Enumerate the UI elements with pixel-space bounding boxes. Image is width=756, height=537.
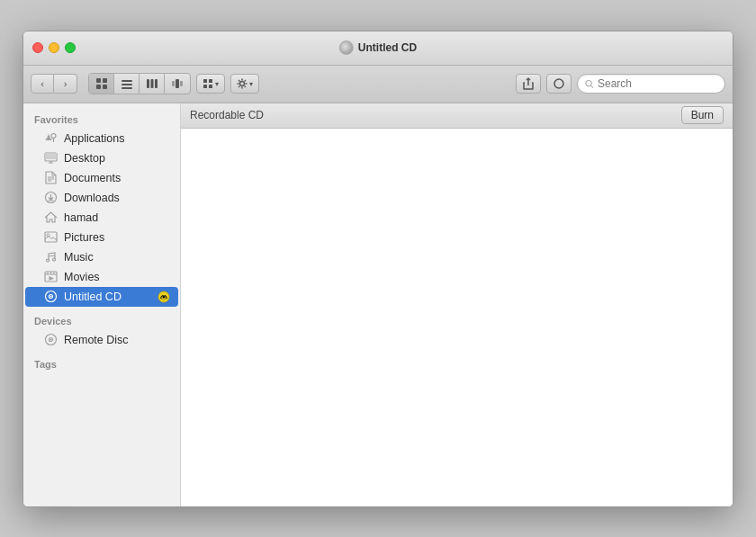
share-icon: [522, 77, 535, 90]
svg-point-57: [163, 295, 166, 298]
action-button[interactable]: ▾: [230, 74, 259, 94]
remote-disc-icon: [43, 333, 58, 347]
svg-point-60: [50, 339, 51, 341]
icon-view-button[interactable]: [89, 74, 114, 94]
svg-point-28: [586, 80, 591, 85]
list-icon: [121, 77, 133, 90]
svg-rect-14: [209, 79, 212, 83]
desktop-icon: [43, 151, 58, 166]
sidebar-item-movies[interactable]: Movies: [25, 267, 178, 287]
back-button[interactable]: ‹: [31, 74, 54, 94]
window-title-area: Untitled CD: [339, 40, 417, 55]
svg-line-29: [591, 85, 593, 87]
svg-point-45: [52, 258, 55, 261]
grid-icon: [95, 77, 108, 90]
arrange-button[interactable]: ▾: [196, 74, 225, 94]
music-label: Music: [64, 251, 94, 264]
svg-rect-5: [122, 84, 132, 85]
sidebar-item-hamad[interactable]: hamad: [25, 208, 178, 228]
content-area: Recordable CD Burn: [181, 103, 733, 506]
devices-header: Devices: [23, 312, 180, 330]
cd-icon: [339, 40, 354, 55]
svg-line-25: [238, 86, 240, 88]
svg-rect-8: [150, 79, 153, 88]
sidebar: Favorites Applications: [23, 103, 181, 506]
svg-rect-11: [176, 79, 179, 88]
search-input[interactable]: [598, 77, 717, 90]
pictures-icon: [43, 230, 58, 245]
cd-sidebar-icon: [43, 290, 58, 304]
svg-rect-0: [96, 78, 101, 83]
sidebar-item-downloads[interactable]: Downloads: [25, 188, 178, 208]
hamad-label: hamad: [64, 211, 98, 224]
content-header-label: Recordable CD: [190, 109, 264, 121]
traffic-lights: [23, 42, 76, 53]
pictures-label: Pictures: [64, 231, 104, 244]
svg-rect-3: [103, 85, 107, 89]
sidebar-item-music[interactable]: Music: [25, 247, 178, 267]
content-body: [181, 129, 733, 506]
sidebar-item-desktop[interactable]: Desktop: [25, 148, 178, 168]
sidebar-item-pictures[interactable]: Pictures: [25, 228, 178, 247]
svg-point-44: [46, 259, 49, 262]
svg-rect-1: [103, 78, 107, 83]
coverflow-icon: [171, 77, 184, 90]
action-chevron: ▾: [249, 80, 253, 88]
documents-icon: [43, 171, 58, 185]
column-view-button[interactable]: [140, 74, 165, 94]
downloads-icon: [43, 191, 58, 205]
movies-label: Movies: [64, 271, 100, 283]
arrange-icon: [202, 78, 213, 89]
svg-rect-4: [122, 80, 132, 82]
svg-rect-42: [45, 232, 57, 242]
downloads-label: Downloads: [64, 192, 120, 204]
toolbar: ‹ ›: [23, 66, 733, 103]
search-box[interactable]: [577, 74, 725, 94]
svg-point-27: [554, 79, 563, 88]
main-area: Favorites Applications: [23, 103, 733, 506]
gear-icon: [237, 78, 248, 89]
svg-line-46: [49, 255, 55, 256]
burn-button[interactable]: Burn: [681, 106, 724, 124]
svg-line-24: [245, 80, 247, 82]
sidebar-item-untitled-cd[interactable]: Untitled CD: [25, 287, 178, 307]
cover-flow-button[interactable]: [165, 74, 190, 94]
svg-rect-6: [122, 87, 132, 89]
tag-button[interactable]: [546, 74, 572, 94]
svg-point-30: [51, 134, 56, 139]
untitled-cd-label: Untitled CD: [64, 291, 122, 303]
remote-disc-label: Remote Disc: [64, 334, 129, 346]
list-view-button[interactable]: [114, 74, 140, 94]
window-title: Untitled CD: [358, 41, 417, 54]
svg-rect-2: [96, 85, 101, 89]
close-button[interactable]: [32, 42, 43, 53]
sidebar-item-applications[interactable]: Applications: [25, 129, 178, 148]
svg-point-55: [50, 296, 51, 298]
titlebar: Untitled CD: [23, 31, 733, 66]
maximize-button[interactable]: [65, 42, 76, 53]
sidebar-item-documents[interactable]: Documents: [25, 168, 178, 188]
forward-button[interactable]: ›: [54, 74, 77, 94]
back-icon: ‹: [40, 78, 44, 89]
svg-rect-16: [209, 85, 212, 88]
burn-icon: [158, 291, 170, 303]
desktop-label: Desktop: [64, 152, 105, 165]
movies-icon: [43, 270, 58, 284]
share-button[interactable]: [516, 74, 541, 94]
home-icon: [43, 210, 58, 225]
minimize-button[interactable]: [49, 42, 59, 53]
applications-icon: [43, 131, 58, 146]
arrange-chevron: ▾: [215, 80, 219, 88]
svg-line-23: [245, 86, 247, 88]
music-icon: [43, 250, 58, 264]
svg-rect-7: [147, 79, 149, 88]
svg-rect-33: [45, 153, 57, 159]
documents-label: Documents: [64, 172, 121, 184]
search-icon: [585, 79, 594, 89]
svg-rect-13: [203, 79, 207, 83]
applications-label: Applications: [64, 132, 124, 145]
sidebar-item-remote-disc[interactable]: Remote Disc: [25, 330, 178, 350]
favorites-header: Favorites: [23, 111, 180, 129]
tags-header: Tags: [23, 355, 180, 373]
svg-line-22: [238, 80, 240, 82]
